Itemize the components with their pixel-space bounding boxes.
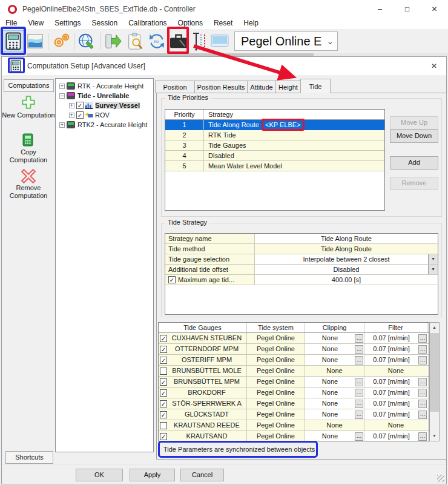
ellipsis-button[interactable]: … <box>418 345 427 354</box>
expand-icon[interactable]: + <box>59 122 65 128</box>
priority-row[interactable]: 5 Mean Water Level Model <box>165 161 384 171</box>
gauge-row[interactable]: ✓STÖR-SPERRWERK A Pegel Online None… 0.0… <box>159 398 429 409</box>
additional-offset-combobox[interactable]: Disabled▼ <box>255 265 438 274</box>
menu-reset[interactable]: Reset <box>208 18 238 29</box>
ellipsis-button[interactable]: … <box>355 400 363 408</box>
ellipsis-button[interactable]: … <box>355 432 363 441</box>
priority-row[interactable]: 3 Tide Gauges <box>165 140 384 151</box>
gauge-row[interactable]: ✓OTTERNDORF MPM Pegel Online None… 0.07 … <box>159 344 429 355</box>
checkbox[interactable]: ✓ <box>160 389 167 397</box>
ellipsis-button[interactable]: … <box>355 334 363 343</box>
tab-height[interactable]: Height <box>275 81 301 93</box>
checkbox[interactable]: ✓ <box>76 111 84 119</box>
tide-setup-button[interactable] <box>189 30 209 52</box>
gauge-row[interactable]: ✓BRUNSBÜTTEL MPM Pegel Online None… 0.07… <box>159 377 429 388</box>
ellipsis-button[interactable]: … <box>418 389 427 397</box>
gauge-row[interactable]: ✓GLÜCKSTADT Pegel Online None… 0.07 [m/m… <box>159 409 429 420</box>
tab-attitude[interactable]: Attitude <box>247 81 276 93</box>
menu-file[interactable]: File <box>0 18 22 29</box>
computations-header-button[interactable]: Computations <box>4 79 54 92</box>
max-age-value[interactable]: 400.00 [s] <box>255 275 438 285</box>
tab-position-filter[interactable]: Position Filter <box>155 81 195 93</box>
menu-settings[interactable]: Settings <box>49 18 86 29</box>
ellipsis-button[interactable]: … <box>418 334 427 343</box>
tree-item-survey-vessel[interactable]: + ✓ Survey Vessel <box>56 101 153 110</box>
remove-computation-button[interactable] <box>21 168 36 186</box>
scroll-up-icon[interactable]: ▲ <box>430 323 439 332</box>
io-sync-button[interactable]: i/o <box>146 30 168 52</box>
checkbox[interactable] <box>160 368 167 375</box>
vertical-scrollbar[interactable]: ▲ ▼ <box>429 322 440 441</box>
tree-item-rov[interactable]: + ✓ ROV <box>56 110 153 120</box>
checkbox[interactable]: ✓ <box>160 346 167 353</box>
checkbox[interactable]: ✓ <box>160 411 167 418</box>
checkbox[interactable]: ✓ <box>76 102 84 109</box>
ellipsis-button[interactable]: … <box>355 378 363 386</box>
ellipsis-button[interactable]: … <box>355 356 363 365</box>
priority-row[interactable]: 4 Disabled <box>165 151 384 161</box>
new-computation-button[interactable] <box>21 94 36 112</box>
settings-gears-button[interactable] <box>50 30 72 52</box>
ellipsis-button[interactable]: … <box>355 411 363 419</box>
tree-item-tide[interactable]: − Tide - Unreliable <box>56 91 153 101</box>
checkbox[interactable]: ✓ <box>160 400 167 407</box>
close-button[interactable]: ✕ <box>421 0 448 18</box>
geodesy-button[interactable] <box>76 30 98 52</box>
ellipsis-button[interactable]: … <box>418 432 427 441</box>
ellipsis-button[interactable]: … <box>355 345 363 354</box>
tools-case-button[interactable] <box>168 30 189 52</box>
combo-arrow-icon[interactable]: ▼ <box>428 265 438 274</box>
checkbox[interactable]: ✓ <box>160 433 167 440</box>
new-computation-label[interactable]: New Computation <box>2 111 55 119</box>
tab-tide[interactable]: Tide <box>300 79 331 93</box>
gauge-row[interactable]: ✓KRAUTSAND Pegel Online None… 0.07 [m/mi… <box>159 431 429 441</box>
shortcuts-button[interactable]: Shortcuts <box>5 451 53 464</box>
replay-log-button[interactable] <box>124 30 146 52</box>
profile-dropdown[interactable]: Pegel Online E ⌄ <box>234 31 338 51</box>
combo-arrow-icon[interactable]: ▼ <box>428 254 438 264</box>
ellipsis-button[interactable]: … <box>418 400 427 408</box>
gauge-row[interactable]: KRAUTSAND REEDE Pegel Online None None <box>159 420 429 431</box>
checkbox[interactable]: ✓ <box>160 357 167 364</box>
menu-view[interactable]: View <box>22 18 49 29</box>
tab-position-results[interactable]: Position Results <box>194 81 248 93</box>
add-button[interactable]: Add <box>390 156 438 170</box>
resize-grip[interactable] <box>437 475 444 482</box>
dialog-close-button[interactable]: ✕ <box>422 57 446 75</box>
move-down-button[interactable]: Move Down <box>390 130 438 143</box>
expand-icon[interactable]: + <box>69 103 74 108</box>
priority-row-selected[interactable]: 1 Tide Along Route<KP ELBE> <box>165 120 384 130</box>
copy-computation-label[interactable]: Copy Computation <box>2 148 55 164</box>
minimize-button[interactable]: – <box>366 0 394 18</box>
menu-options[interactable]: Options <box>173 18 208 29</box>
tree-item-rtk[interactable]: + RTK - Accurate Height <box>56 81 153 91</box>
checkbox[interactable]: ✓ <box>168 276 176 283</box>
scrollbar-thumb[interactable] <box>430 333 439 412</box>
checkbox[interactable]: ✓ <box>160 378 167 386</box>
gauge-selection-combobox[interactable]: Interpolate between 2 closest▼ <box>255 254 438 264</box>
copy-computation-button[interactable] <box>21 133 35 149</box>
gauge-row[interactable]: BRUNSBÜTTEL MOLE Pegel Online None None <box>159 366 429 377</box>
export-database-button[interactable] <box>102 30 124 52</box>
menu-calibrations[interactable]: Calibrations <box>123 18 172 29</box>
tree-item-rtk2[interactable]: + RTK2 - Accurate Height <box>56 120 153 130</box>
remove-button[interactable]: Remove <box>390 177 438 190</box>
move-up-button[interactable]: Move Up <box>390 116 438 130</box>
checkbox[interactable] <box>160 422 167 429</box>
scroll-down-icon[interactable]: ▼ <box>430 431 439 441</box>
ellipsis-button[interactable]: … <box>418 378 427 386</box>
gauge-row[interactable]: ✓CUXHAVEN STEUBEN Pegel Online None… 0.0… <box>159 333 429 344</box>
strategy-name-value[interactable]: Tide Along Route <box>255 234 438 243</box>
expand-icon[interactable]: + <box>59 84 65 89</box>
computation-setup-button[interactable] <box>2 30 24 52</box>
remove-computation-label[interactable]: Remove Computation <box>2 184 55 200</box>
ellipsis-button[interactable]: … <box>418 411 427 419</box>
cancel-button[interactable]: Cancel <box>180 469 224 481</box>
menu-help[interactable]: Help <box>238 18 264 29</box>
expand-icon[interactable]: + <box>69 113 74 118</box>
collapse-icon[interactable]: − <box>59 93 65 99</box>
ellipsis-button[interactable]: … <box>418 356 427 365</box>
menu-session[interactable]: Session <box>87 18 124 29</box>
ok-button[interactable]: OK <box>76 469 123 481</box>
display-button[interactable] <box>209 30 231 52</box>
